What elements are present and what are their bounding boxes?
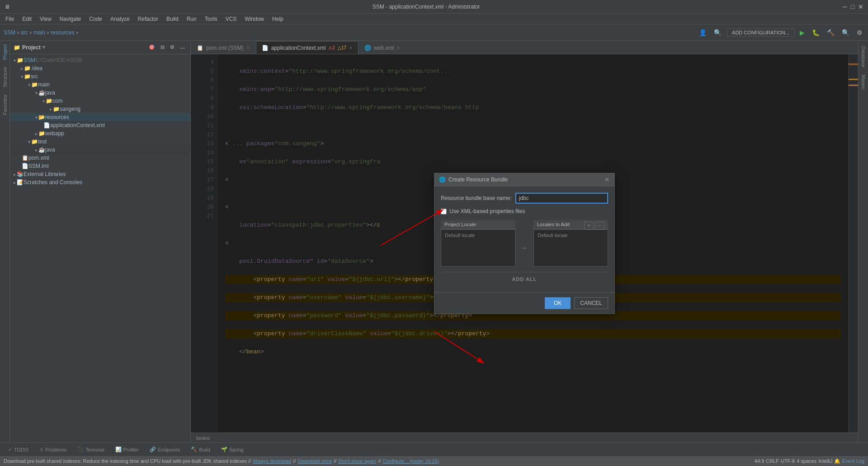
build-btn[interactable]: 🔨: [825, 28, 836, 37]
tab-pom-close[interactable]: ✕: [246, 45, 250, 50]
tab-appctx[interactable]: 📄 applicationContext.xml ⚠2 △17 ✕: [256, 41, 359, 54]
tab-appctx-icon: 📄: [262, 45, 269, 51]
dialog-ok-btn[interactable]: OK: [545, 297, 571, 309]
tab-webxml-close[interactable]: ✕: [396, 45, 400, 50]
dialog-bundle-name-label: Resource bundle base name:: [441, 195, 512, 201]
tree-item-ssmiml[interactable]: 📄 SSM.iml: [10, 162, 190, 170]
tab-pom-icon: 📋: [197, 45, 203, 51]
dialog-bundle-name-input[interactable]: [515, 193, 608, 204]
menu-code[interactable]: Code: [85, 15, 106, 23]
dialog-close-btn[interactable]: ✕: [604, 176, 610, 183]
menu-refactor[interactable]: Refactor: [134, 15, 162, 23]
tree-icon-extlibs: 📚: [17, 171, 24, 177]
bottom-tab-spring[interactable]: 🌱 Spring: [217, 446, 248, 453]
debug-btn[interactable]: 🐛: [810, 28, 821, 37]
menu-navigate[interactable]: Navigate: [56, 15, 85, 23]
right-tab-maven[interactable]: Maven: [860, 71, 867, 93]
menu-edit[interactable]: Edit: [19, 15, 35, 23]
add-all-btn[interactable]: ADD ALL: [512, 276, 537, 282]
editor-bottom-tab[interactable]: beans: [191, 433, 858, 442]
bottom-tab-todo[interactable]: ✓ TODO: [4, 446, 33, 453]
sidebar-hide-btn[interactable]: —: [178, 43, 187, 51]
window-controls[interactable]: ─ □ ✕: [843, 3, 863, 10]
user-icon-btn[interactable]: 👤: [697, 28, 708, 37]
dialog-locales-to-add-panel: Locales to Add + − Default locale: [533, 220, 608, 266]
menu-file[interactable]: File: [2, 15, 18, 23]
locale-remove-btn[interactable]: −: [595, 222, 604, 230]
bottom-tab-build[interactable]: 🔨 Build: [186, 446, 214, 453]
breadcrumb-src[interactable]: src: [21, 29, 28, 36]
bottom-tab-terminal[interactable]: ⬛ Terminal: [73, 446, 109, 453]
menu-analyze[interactable]: Analyze: [107, 15, 133, 23]
menu-build[interactable]: Build: [163, 15, 182, 23]
tree-item-test[interactable]: ▾ 📁 test: [10, 138, 190, 146]
bottom-tab-problems[interactable]: ⚠ Problems: [35, 446, 71, 453]
tree-item-pom[interactable]: 📋 pom.xml: [10, 154, 190, 162]
sidebar-title: 📁 Project ▾: [14, 44, 45, 51]
tree-item-extlibs[interactable]: ▸ 📚 External Libraries: [10, 170, 190, 178]
menu-vcs[interactable]: VCS: [222, 15, 241, 23]
menu-help[interactable]: Help: [269, 15, 287, 23]
dialog-locales-section: Project Locale: Default locale →: [441, 220, 608, 266]
right-tab-database[interactable]: Database: [860, 43, 867, 71]
settings-btn[interactable]: ⚙: [855, 28, 864, 37]
add-all-section: ADD ALL: [441, 272, 608, 286]
editor-tabs: 📋 pom.xml (SSM) ✕ 📄 applicationContext.x…: [191, 41, 858, 54]
tree-icon-src: 📁: [24, 73, 31, 80]
maximize-btn[interactable]: □: [851, 3, 854, 10]
dialog-xmlbased-checkbox[interactable]: [441, 209, 447, 214]
dialog-cancel-btn[interactable]: CANCEL: [574, 297, 608, 309]
tree-item-resources[interactable]: ▾ 📂 resources: [10, 113, 190, 121]
left-tab-favorites[interactable]: Favorites: [1, 91, 9, 119]
dialog-backdrop: 🌐 Create Resource Bundle ✕ Resource bund…: [191, 54, 858, 433]
menu-view[interactable]: View: [36, 15, 55, 23]
tree-item-ssm[interactable]: ▾ 📁 SSM E:\Code\IDEA\SSM: [10, 56, 190, 64]
tree-item-idea[interactable]: ▸ 📁 .idea: [10, 64, 190, 72]
left-tab-structure[interactable]: Structure: [1, 63, 9, 91]
breadcrumb-ssm[interactable]: SSM: [4, 29, 15, 36]
profiler-label: Profiler: [123, 447, 139, 452]
left-tab-project[interactable]: Project: [1, 41, 9, 63]
project-locale-list: Default locale: [441, 229, 515, 266]
tab-webxml[interactable]: 🌐 web.xml ✕: [359, 41, 406, 54]
sidebar-dropdown-arrow[interactable]: ▾: [42, 44, 45, 50]
menu-window[interactable]: Window: [241, 15, 268, 23]
minimize-btn[interactable]: ─: [843, 3, 847, 10]
tree-item-webapp[interactable]: ▸ 📁 webapp: [10, 129, 190, 138]
breadcrumb-main[interactable]: main: [33, 29, 45, 36]
tab-appctx-close[interactable]: ✕: [349, 45, 353, 50]
sidebar-collapse-btn[interactable]: ⊟: [159, 43, 166, 51]
terminal-label: Terminal: [85, 447, 104, 452]
locale-add-btn[interactable]: +: [584, 222, 594, 230]
tree-item-sangeng[interactable]: ▸ 📁 sangeng: [10, 105, 190, 113]
notification-always-download[interactable]: Always download: [253, 458, 291, 464]
sidebar-filter-btn[interactable]: ⚙: [168, 43, 176, 51]
tree-arrow-java: ▾: [35, 90, 38, 95]
tab-pom[interactable]: 📋 pom.xml (SSM) ✕: [191, 41, 256, 54]
notification-dont-show[interactable]: Don't show again: [338, 458, 376, 464]
tree-item-java[interactable]: ▾ ☕ java: [10, 89, 190, 97]
tree-item-src[interactable]: ▾ 📁 src: [10, 72, 190, 81]
breadcrumb-resources[interactable]: resources: [51, 29, 75, 36]
tree-item-main[interactable]: ▾ 📁 main: [10, 81, 190, 89]
add-configuration-btn[interactable]: ADD CONFIGURATION...: [727, 29, 794, 37]
notification-configure[interactable]: Configure... (today 16:15): [383, 458, 439, 464]
run-btn[interactable]: ▶: [798, 28, 807, 37]
sidebar-locate-btn[interactable]: 🎯: [147, 43, 157, 51]
search-btn[interactable]: 🔍: [840, 28, 851, 37]
locale-arrow-icon: →: [519, 220, 530, 266]
menu-run[interactable]: Run: [183, 15, 200, 23]
bottom-tab-endpoints[interactable]: 🔗 Endpoints: [145, 446, 184, 453]
tree-item-scratches[interactable]: ▸ 📝 Scratches and Consoles: [10, 178, 190, 186]
svg-line-1: [380, 209, 443, 246]
close-btn[interactable]: ✕: [858, 3, 863, 10]
tree-item-com[interactable]: ▾ 📁 com: [10, 97, 190, 105]
bottom-tab-profiler[interactable]: 📊 Profiler: [111, 446, 144, 453]
notification-download-once[interactable]: Download once: [297, 458, 332, 464]
tree-item-test-java[interactable]: ▸ ☕ java: [10, 146, 190, 154]
menu-tools[interactable]: Tools: [201, 15, 221, 23]
inspect-btn[interactable]: 🔍: [712, 28, 723, 37]
tree-item-appctx[interactable]: 📄 applicationContext.xml: [10, 121, 190, 129]
spring-label: Spring: [229, 447, 244, 452]
event-log-btn[interactable]: 🔔 Event Log: [834, 458, 864, 464]
